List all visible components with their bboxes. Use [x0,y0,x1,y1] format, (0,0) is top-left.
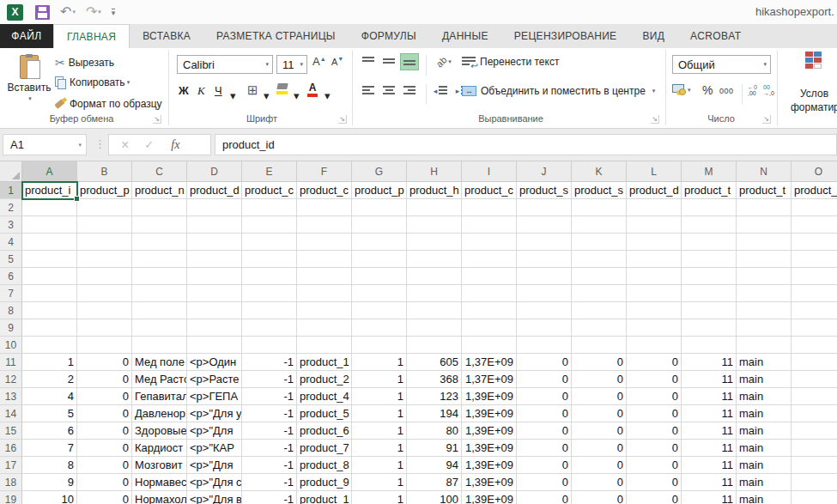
column-header-F[interactable]: F [297,161,352,182]
column-header-G[interactable]: G [352,161,407,182]
cell-O1[interactable]: product_ [792,182,837,199]
row-header-11[interactable]: 11 [0,354,22,371]
cell-G19[interactable]: 1 [352,491,407,504]
cell-H6[interactable] [407,268,462,285]
cell-O2[interactable] [792,199,837,216]
cell-F13[interactable]: product_4 [297,388,352,405]
font-family-dropdown-icon[interactable]: ▾ [265,61,269,68]
cell-B4[interactable] [77,234,132,251]
cell-F2[interactable] [297,199,352,216]
row-header-4[interactable]: 4 [0,234,22,251]
cell-I4[interactable] [462,234,517,251]
cell-M1[interactable]: product_t [682,182,737,199]
tab-вставка[interactable]: ВСТАВКА [130,24,203,48]
cell-C19[interactable]: Нормахол [132,491,187,504]
cell-K8[interactable] [572,302,627,319]
tab-данные[interactable]: ДАННЫЕ [429,24,501,48]
cell-G2[interactable] [352,199,407,216]
cell-B14[interactable]: 0 [77,405,132,422]
cell-A14[interactable]: 5 [22,405,77,422]
align-left-button[interactable] [359,82,378,100]
cell-K2[interactable] [572,199,627,216]
cell-I17[interactable]: 1,39E+09 [462,457,517,474]
row-header-12[interactable]: 12 [0,371,22,388]
cell-F5[interactable] [297,251,352,268]
number-dialog-launcher-icon[interactable]: ↘ [762,115,771,124]
cell-L9[interactable] [627,319,682,337]
customize-qat-icon[interactable]: ▾ [112,9,116,16]
cell-B1[interactable]: product_p [77,182,132,199]
cell-C10[interactable] [132,337,187,354]
formula-input[interactable]: product_id [215,134,837,155]
cell-C15[interactable]: Здоровые [132,422,187,440]
cell-A6[interactable] [22,268,77,285]
cell-D18[interactable]: <p>"Для с [187,474,242,491]
cell-C4[interactable] [132,234,187,251]
cell-H5[interactable] [407,251,462,268]
cell-A2[interactable] [22,199,77,216]
cell-H11[interactable]: 605 [407,354,462,371]
cell-L13[interactable]: 0 [627,388,682,405]
cell-A5[interactable] [22,251,77,268]
cell-D8[interactable] [187,302,242,319]
cell-B12[interactable]: 0 [77,371,132,388]
cell-H9[interactable] [407,319,462,337]
undo-icon[interactable]: ↶ [60,5,71,19]
column-header-E[interactable]: E [242,161,297,182]
cell-D6[interactable] [187,268,242,285]
cell-O11[interactable] [792,354,837,371]
cell-E12[interactable]: -1 [242,371,297,388]
decrease-decimal-button[interactable]: 00 →,0 [763,84,774,96]
cell-L3[interactable] [627,216,682,234]
cell-K4[interactable] [572,234,627,251]
tab-формулы[interactable]: ФОРМУЛЫ [349,24,429,48]
cell-K19[interactable]: 0 [572,491,627,504]
cell-N11[interactable]: main [737,354,792,371]
cell-L15[interactable]: 0 [627,422,682,440]
cell-I11[interactable]: 1,37E+09 [462,354,517,371]
bold-button[interactable]: Ж [179,84,189,97]
align-bottom-button[interactable] [400,53,419,70]
cell-C18[interactable]: Нормавес [132,474,187,491]
cell-M2[interactable] [682,199,737,216]
cell-J15[interactable]: 0 [517,422,572,440]
cell-H1[interactable]: product_h [407,182,462,199]
cell-K7[interactable] [572,285,627,302]
cell-E18[interactable]: -1 [242,474,297,491]
cell-D7[interactable] [187,285,242,302]
cell-J11[interactable]: 0 [517,354,572,371]
cell-H17[interactable]: 94 [407,457,462,474]
cell-A1[interactable]: product_i [22,182,77,199]
redo-dropdown-icon[interactable]: ▾ [98,9,101,15]
column-header-K[interactable]: K [572,161,627,182]
select-all-button[interactable] [0,161,22,182]
cell-F4[interactable] [297,234,352,251]
decrease-indent-button[interactable]: ◂ [431,82,450,100]
cell-F9[interactable] [297,319,352,337]
cell-E6[interactable] [242,268,297,285]
cell-H14[interactable]: 194 [407,405,462,422]
cell-N13[interactable]: main [737,388,792,405]
cell-H4[interactable] [407,234,462,251]
tab-acrobat[interactable]: ACROBAT [677,24,754,48]
cell-C7[interactable] [132,285,187,302]
cell-L11[interactable]: 0 [627,354,682,371]
cell-N3[interactable] [737,216,792,234]
cell-N19[interactable]: main [737,491,792,504]
cell-H15[interactable]: 80 [407,422,462,440]
cell-N12[interactable]: main [737,371,792,388]
row-header-19[interactable]: 19 [0,491,22,504]
cell-E16[interactable]: -1 [242,440,297,457]
cut-button[interactable]: ✂ Вырезать [55,55,114,70]
number-format-combo[interactable]: Общий ▾ [672,55,771,74]
tab-разметка-страницы[interactable]: РАЗМЕТКА СТРАНИЦЫ [203,24,349,48]
fill-color-button[interactable] [276,83,288,94]
cell-F14[interactable]: product_5 [297,405,352,422]
column-header-N[interactable]: N [737,161,792,182]
font-size-combo[interactable]: 11 ▾ [276,55,307,74]
cell-C8[interactable] [132,302,187,319]
cell-O13[interactable] [792,388,837,405]
cell-K10[interactable] [572,337,627,354]
cell-G17[interactable]: 1 [352,457,407,474]
row-header-5[interactable]: 5 [0,251,22,268]
